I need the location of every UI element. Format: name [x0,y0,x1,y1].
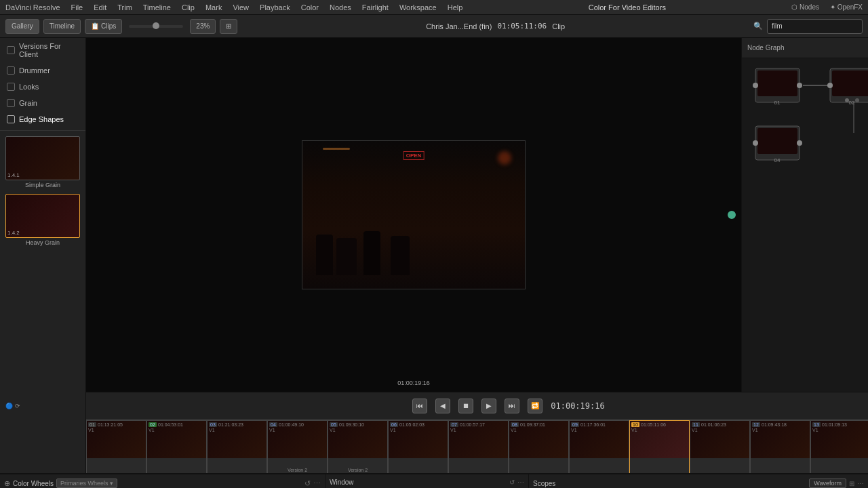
menu-workspace[interactable]: Workspace [399,3,437,12]
window-header: Window ↺ ⋯ [330,479,524,486]
center-area: OPEN 01:00:19:16 Node Graph ⊞ ⊟ [86,38,868,473]
node-graph-header: Node Graph ⊞ ⊟ [742,38,868,58]
timeline-strip: 01 01:13:21:05 V1 02 01:04:53:01 V1 03 0… [86,419,868,473]
sidebar-item-grain[interactable]: Grain [0,95,85,111]
timeline-clip-10[interactable]: 10 01:05:11:06 V1 [629,420,690,473]
sidebar-item-edge-shapes[interactable]: Edge Shapes [0,111,85,127]
svg-point-24 [797,140,802,146]
loop-btn[interactable]: 🔁 [528,399,542,413]
color-wheels-title: Color Wheels [13,480,54,487]
timeline-clips-row: 01 01:13:21:05 V1 02 01:04:53:01 V1 03 0… [86,420,868,473]
waveform-button[interactable]: Waveform [809,479,846,488]
scopes-title: Scopes [533,480,555,487]
timeline-clip-12[interactable]: 12 01:09:43:18 V1 [750,420,810,473]
clips-button[interactable]: 📋 Clips [85,19,122,34]
menu-trim[interactable]: Trim [117,3,132,12]
svg-point-23 [753,140,758,146]
wheel-tools: ↺ ⋯ [304,479,321,488]
timeline-clip-01[interactable]: 01 01:13:21:05 V1 [86,420,146,473]
folder-icon [7,99,15,107]
app-name: DaVinci Resolve [5,3,60,12]
menu-edit[interactable]: Edit [94,3,106,12]
primaries-label: Primaries Wheels [60,480,108,487]
svg-text:01: 01 [774,100,781,106]
scopes-controls: Waveform ⊞ ⋯ [809,479,864,488]
scopes-header: Scopes Waveform ⊞ ⋯ [533,479,864,488]
svg-point-6 [753,83,758,88]
openfx-btn[interactable]: ✦ OpenFX [830,3,863,11]
menu-playback[interactable]: Playback [260,3,290,12]
timeline-clip-05[interactable]: 05 01:09:30:10 V1 Version 2 [328,420,388,473]
timeline-clip-03[interactable]: 03 01:21:03:23 V1 [207,420,267,473]
sidebar-item-looks[interactable]: Looks [0,79,85,95]
bottom-section: ⊕ Color Wheels Primaries Wheels ▾ ↺ ⋯ Li… [0,473,868,488]
project-name: Chris Jan...End (fin) [426,22,492,30]
search-input[interactable] [767,19,863,34]
menu-mark[interactable]: Mark [205,3,222,12]
timeline-clip-09[interactable]: 09 01:17:36:01 V1 [569,420,629,473]
timeline-clip-08[interactable]: 08 01:09:37:01 V1 [509,420,569,473]
sidebar-item-drummer[interactable]: Drummer [0,62,85,79]
node-graph: Node Graph ⊞ ⊟ 01 [741,38,868,392]
gallery-button[interactable]: Gallery [5,19,39,34]
menu-file[interactable]: File [71,3,83,12]
video-frame: OPEN [302,140,526,289]
main-layout: Versions For Client Drummer Looks Grain … [0,38,868,473]
add-wheel-icon[interactable]: ⊕ [4,479,10,488]
sidebar-label-grain: Grain [19,99,37,107]
window-options-icon[interactable]: ⋯ [517,479,524,486]
menu-color[interactable]: Color [301,3,319,12]
menu-nodes[interactable]: Nodes [330,3,351,12]
scopes-panel: Scopes Waveform ⊞ ⋯ 1023 896 768 640 512… [529,474,868,488]
svg-point-14 [855,98,859,102]
timecode-display: 01:05:11:06 [497,22,547,30]
stop-btn[interactable]: ⏹ [458,399,473,413]
window-reset-icon[interactable]: ↺ [509,479,515,486]
reset-wheels-icon[interactable]: ↺ [304,479,311,488]
menu-clip[interactable]: Clip [182,3,195,12]
thumbnail-heavy-grain[interactable]: 1.4.2 Heavy Grain [5,194,80,246]
sidebar-item-versions[interactable]: Versions For Client [0,38,85,62]
svg-point-7 [797,83,802,88]
window-title: Window [330,479,354,486]
menu-help[interactable]: Help [448,3,463,12]
preview-row: OPEN 01:00:19:16 Node Graph ⊞ ⊟ [86,38,868,392]
nodes-btn[interactable]: ⬡ Nodes [791,3,819,11]
sidebar-label-edge-shapes: Edge Shapes [19,115,64,123]
svg-point-13 [845,98,849,102]
svg-point-11 [827,83,833,88]
play-back[interactable]: ◀ [435,399,450,413]
menu-view[interactable]: View [233,3,249,12]
timeline-clip-02[interactable]: 02 01:04:53:01 V1 [146,420,207,473]
thumbnail-label-simple: Simple Grain [25,182,60,188]
thumbnail-label-heavy: Heavy Grain [26,239,60,246]
menu-timeline[interactable]: Timeline [143,3,171,12]
timeline-button[interactable]: Timeline [43,19,81,34]
window-header-controls: ↺ ⋯ [509,479,524,486]
timeline-clip-06[interactable]: 06 01:05:02:03 V1 [388,420,448,473]
color-wheels-header: ⊕ Color Wheels Primaries Wheels ▾ ↺ ⋯ [4,479,321,488]
node-graph-label: Node Graph [747,44,784,52]
handle-right[interactable] [728,211,736,219]
play-btn[interactable]: ▶ [481,399,496,413]
wheels-options-icon[interactable]: ⋯ [313,479,321,488]
scopes-expand-icon[interactable]: ⊞ [849,480,854,487]
skip-to-start[interactable]: ⏮ [412,399,427,413]
scopes-options-icon[interactable]: ⋯ [857,480,864,487]
color-wheels-panel: ⊕ Color Wheels Primaries Wheels ▾ ↺ ⋯ Li… [0,474,326,488]
transform-button[interactable]: ⊞ [220,19,237,34]
thumbnail-simple-grain[interactable]: 1.4.1 Simple Grain [5,136,80,188]
sidebar-label-looks: Looks [19,83,39,91]
zoom-selector[interactable]: 23% [190,19,216,34]
video-preview[interactable]: OPEN 01:00:19:16 [86,38,741,392]
timeline-clip-11[interactable]: 11 01:01:06:23 V1 [690,420,750,473]
node-connections: 01 02 [742,58,868,180]
menu-fairlight[interactable]: Fairlight [362,3,389,12]
timeline-clip-04[interactable]: 04 01:00:49:10 V1 Version 2 [267,420,328,473]
skip-to-end[interactable]: ⏭ [505,399,519,413]
primaries-dropdown[interactable]: Primaries Wheels ▾ [56,479,117,488]
timecode-display: 01:00:19:16 [397,380,430,386]
timeline-clip-13[interactable]: 13 01:01:09:13 V1 [810,420,868,473]
timeline-clip-07[interactable]: 07 01:00:57:17 V1 [448,420,509,473]
clip-label: Clip [552,22,565,30]
